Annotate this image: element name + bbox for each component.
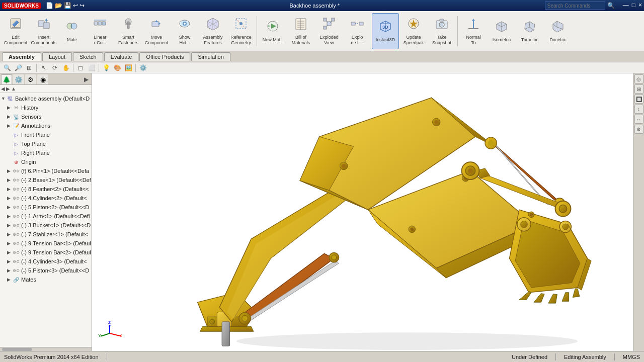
tree-tension-bar1[interactable]: ▶ ⚙⚙ (-) 9.Tension Bar<1> (Defaul <box>0 239 92 248</box>
svg-point-64 <box>332 255 337 260</box>
update-speedpak-button[interactable]: UpdateSpeedpak <box>400 13 427 49</box>
configuration-manager-tab[interactable]: ⚙ <box>25 74 36 84</box>
lighting-btn[interactable]: 💡 <box>101 63 111 72</box>
tree-origin[interactable]: ⊕ Origin <box>0 157 92 166</box>
title-text: Backhoe assembly * <box>289 3 340 9</box>
normal-to-button[interactable]: NormalTo <box>460 13 487 49</box>
feature-tree-tab[interactable]: 🌲 <box>1 74 12 84</box>
display-style-btn[interactable]: ◻ <box>75 63 86 72</box>
pan-btn[interactable]: ✋ <box>61 63 71 72</box>
tree-stablizer[interactable]: ▶ ⚙⚙ (-) 7.Stablizer<1> (Default< <box>0 230 92 239</box>
annotations-icon: 📝 <box>12 122 20 130</box>
smart-fasteners-button[interactable]: SmartFasteners <box>115 13 142 49</box>
units-section: MMGS <box>623 354 640 360</box>
tree-base[interactable]: ▶ ⚙⚙ (-) 2.Base<1> (Default<<Def <box>0 175 92 185</box>
assembly-features-button[interactable]: AssemblyFeatures <box>199 13 226 49</box>
tab-layout[interactable]: Layout <box>42 52 72 61</box>
mate-button[interactable]: Mate <box>58 13 86 49</box>
piston2-expand-icon: ▶ <box>7 205 12 210</box>
right-btn-6[interactable]: ⚙ <box>634 125 643 134</box>
instant3d-button[interactable]: 3D Instant3D <box>372 13 399 49</box>
undo-icon[interactable]: ↩ <box>73 2 78 9</box>
tab-sketch[interactable]: Sketch <box>73 52 103 61</box>
move-component-button[interactable]: MoveComponent <box>143 13 170 49</box>
scene-btn[interactable]: 🖼️ <box>123 63 133 72</box>
property-manager-tab[interactable]: ⚙️ <box>13 74 24 84</box>
right-plane-icon: ▷ <box>12 149 20 157</box>
search-input[interactable] <box>545 2 605 10</box>
tree-front-plane[interactable]: ▷ Front Plane <box>0 130 92 139</box>
tree-tension-bar2[interactable]: ▶ ⚙⚙ (-) 9.Tension Bar<2> (Defaul <box>0 248 92 257</box>
trimetric-button[interactable]: Trimetric <box>516 13 543 49</box>
tree-arm[interactable]: ▶ ⚙⚙ (-) 1.Arm<1> (Default<<Defl <box>0 212 92 221</box>
color-btn[interactable]: 🎨 <box>112 63 122 72</box>
svg-marker-116 <box>108 325 111 326</box>
redo-icon[interactable]: ↪ <box>79 2 85 9</box>
display-manager-tab[interactable]: ◉ <box>37 74 48 84</box>
feature-manager-panel: 🌲 ⚙️ ⚙ ◉ ▶ ◀ ▶ ▲ ▼ 🏗 Backhoe assembly (D… <box>0 73 92 351</box>
tree-bucket[interactable]: ▶ ⚙⚙ (-) 3.Bucket<1> (Default<<D <box>0 221 92 230</box>
linear-component-button[interactable]: Linearr Co... <box>87 13 114 49</box>
select-btn[interactable]: ↖ <box>39 63 49 72</box>
save-icon[interactable]: 💾 <box>64 2 71 9</box>
titlebar-left: SOLIDWORKS 📄 📂 💾 ↩ ↪ <box>2 2 85 9</box>
insert-components-button[interactable]: InsertComponents <box>30 13 57 49</box>
show-hide-button[interactable]: ShowHid... <box>171 13 198 49</box>
take-snapshot-button[interactable]: TakeSnapshot <box>428 13 455 49</box>
new-motion-button[interactable]: New Mot . <box>259 13 286 49</box>
search-icon[interactable]: 🔍 <box>607 2 615 9</box>
zoom-out-btn[interactable]: 🔎 <box>13 63 23 72</box>
tree-top-plane[interactable]: ▷ Top Plane <box>0 139 92 148</box>
panel-scrollbar[interactable] <box>0 347 92 351</box>
tree-cylinder2[interactable]: ▶ ⚙⚙ (-) 4.Cylinder<2> (Default< <box>0 194 92 203</box>
tab-office-products[interactable]: Office Products <box>139 52 190 61</box>
reference-geometry-button[interactable]: ReferenceGeometry <box>227 13 255 49</box>
tree-feather[interactable]: ▶ ⚙⚙ (-) 8.Feather<2> (Default<< <box>0 185 92 194</box>
back-arrow[interactable]: ◀ <box>1 86 5 92</box>
wireframe-btn[interactable]: ⬜ <box>87 63 97 72</box>
tree-pin[interactable]: ▶ ⚙⚙ (f) 6.Pin<1> (Default<<Defa <box>0 166 92 175</box>
tree-sensors[interactable]: ▶ 📡 Sensors <box>0 112 92 121</box>
right-btn-5[interactable]: ↔ <box>634 115 643 124</box>
right-btn-1[interactable]: ◎ <box>634 74 643 83</box>
rotate-btn[interactable]: ⟳ <box>50 63 60 72</box>
realview-btn[interactable]: ⚙️ <box>138 63 148 72</box>
open-icon[interactable]: 📂 <box>55 2 62 9</box>
forward-arrow[interactable]: ▶ <box>6 86 10 92</box>
tree-history[interactable]: ▶ H History <box>0 103 92 112</box>
svg-point-45 <box>440 23 443 26</box>
minimize-button[interactable]: — <box>623 2 629 10</box>
right-btn-4[interactable]: ↕ <box>634 105 643 114</box>
right-btn-3[interactable]: 🔲 <box>634 95 643 104</box>
tree-cylinder3[interactable]: ▶ ⚙⚙ (-) 4.Cylinder<3> (Default< <box>0 257 92 266</box>
exploded-view-button[interactable]: ExplodedView <box>315 13 343 49</box>
close-button[interactable]: × <box>638 2 642 10</box>
sensors-expand-icon: ▶ <box>7 114 12 119</box>
zoom-fit-btn[interactable]: ⊞ <box>24 63 34 72</box>
svg-point-85 <box>488 140 494 146</box>
expand-panel-button[interactable]: ▶ <box>84 76 89 83</box>
new-icon[interactable]: 📄 <box>46 2 53 9</box>
up-arrow[interactable]: ▲ <box>11 86 16 92</box>
isometric-button[interactable]: Isometric <box>488 13 515 49</box>
tree-root[interactable]: ▼ 🏗 Backhoe assembly (Default<D <box>0 94 92 103</box>
maximize-button[interactable]: □ <box>632 2 635 10</box>
tab-simulation[interactable]: Simulation <box>191 52 230 61</box>
tree-annotations[interactable]: ▶ 📝 Annotations <box>0 121 92 130</box>
tree-right-plane[interactable]: ▷ Right Plane <box>0 148 92 157</box>
zoom-in-btn[interactable]: 🔍 <box>2 63 12 72</box>
dimetric-button[interactable]: Dimetric <box>544 13 572 49</box>
tree-piston2[interactable]: ▶ ⚙⚙ (-) 5.Piston<2> (Default<<D <box>0 203 92 212</box>
tab-evaluate[interactable]: Evaluate <box>104 52 139 61</box>
edit-component-button[interactable]: EditComponent <box>2 13 29 49</box>
tab-assembly[interactable]: Assembly <box>2 52 41 61</box>
svg-point-102 <box>530 213 533 216</box>
tree-mates[interactable]: ▶ 🔗 Mates <box>0 275 92 284</box>
right-btn-2[interactable]: ⊞ <box>634 84 643 94</box>
3d-viewport[interactable]: X Y Z <box>92 73 633 351</box>
tree-piston3[interactable]: ▶ ⚙⚙ (-) 5.Piston<3> (Default<<D <box>0 266 92 275</box>
history-expand-icon: ▶ <box>7 105 12 110</box>
explode-line-button[interactable]: Explode L... <box>344 13 371 49</box>
isometric-label: Isometric <box>493 37 511 43</box>
bill-of-materials-button[interactable]: Bill ofMaterials <box>287 13 314 49</box>
